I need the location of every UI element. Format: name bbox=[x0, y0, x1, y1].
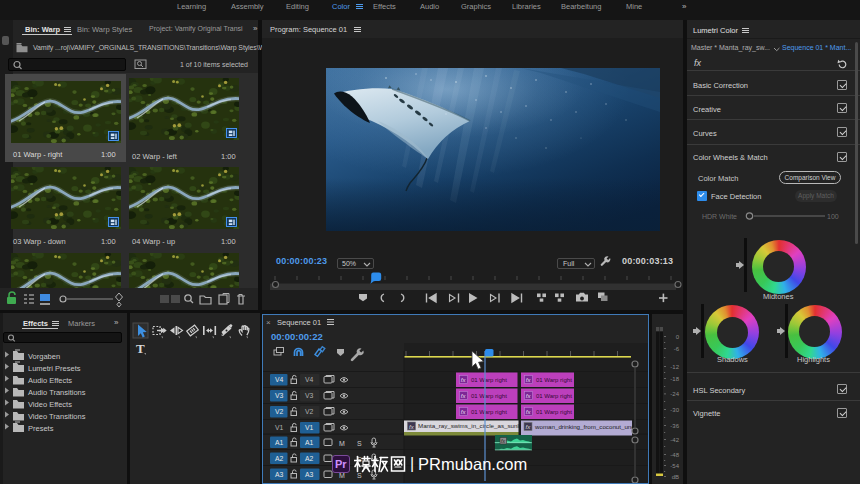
svg-text:-30: -30 bbox=[670, 407, 679, 413]
svg-text:fx: fx bbox=[501, 438, 505, 444]
svg-text:A1: A1 bbox=[305, 439, 314, 446]
svg-text:-48: -48 bbox=[670, 452, 679, 458]
svg-text:A1: A1 bbox=[275, 439, 284, 446]
svg-text:-12: -12 bbox=[670, 364, 679, 370]
svg-text:V4: V4 bbox=[305, 376, 314, 383]
svg-text:00:00:00:22: 00:00:00:22 bbox=[271, 331, 323, 342]
svg-text:A3: A3 bbox=[275, 471, 284, 478]
svg-text:Lumetri Presets: Lumetri Presets bbox=[28, 364, 81, 373]
svg-text:-36: -36 bbox=[670, 423, 679, 429]
svg-text:V1: V1 bbox=[305, 424, 314, 431]
svg-text:A2: A2 bbox=[275, 455, 284, 462]
svg-text:woman_drinking_from_coconut_un: woman_drinking_from_coconut_under bbox=[534, 423, 640, 430]
svg-text:dB: dB bbox=[672, 474, 679, 480]
svg-text:V3: V3 bbox=[275, 392, 284, 399]
svg-text:Audio Effects: Audio Effects bbox=[28, 376, 72, 385]
svg-text:V2: V2 bbox=[305, 408, 314, 415]
svg-text:Video Effects: Video Effects bbox=[28, 400, 72, 409]
svg-text:V2: V2 bbox=[275, 408, 284, 415]
svg-text:T: T bbox=[136, 341, 145, 356]
svg-text:-54: -54 bbox=[670, 463, 679, 469]
svg-text:-18: -18 bbox=[670, 376, 679, 382]
svg-text:V1: V1 bbox=[275, 424, 284, 431]
svg-text:Presets: Presets bbox=[28, 424, 54, 433]
svg-text:A3: A3 bbox=[305, 471, 314, 478]
svg-text:Vorgaben: Vorgaben bbox=[28, 352, 60, 361]
svg-text:-24: -24 bbox=[670, 391, 679, 397]
svg-text:×: × bbox=[266, 318, 271, 327]
svg-text:A2: A2 bbox=[305, 455, 314, 462]
svg-text:Video Transitions: Video Transitions bbox=[28, 412, 86, 421]
svg-text:Audio Transitions: Audio Transitions bbox=[28, 388, 86, 397]
svg-text:-42: -42 bbox=[670, 437, 679, 443]
svg-text:Manta_ray_swims_in_circle_as_s: Manta_ray_swims_in_circle_as_sunligh bbox=[418, 422, 528, 429]
svg-text:V4: V4 bbox=[275, 376, 284, 383]
svg-text:V3: V3 bbox=[305, 392, 314, 399]
svg-text:Sequence 01: Sequence 01 bbox=[277, 318, 321, 327]
svg-text:-6: -6 bbox=[674, 346, 680, 352]
